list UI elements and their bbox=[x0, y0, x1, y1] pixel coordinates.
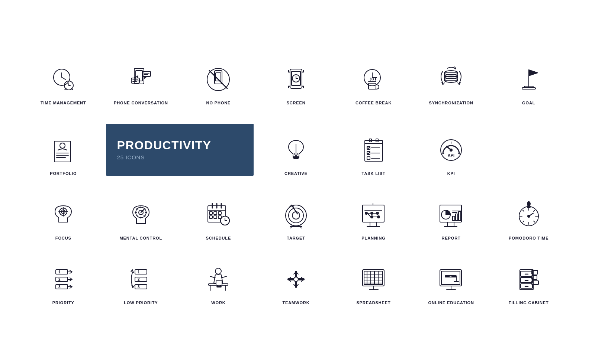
report-icon bbox=[434, 198, 468, 231]
schedule-label: SCHEDULE bbox=[206, 236, 231, 240]
pomodoro-time-icon bbox=[512, 198, 546, 231]
task-list-label: TASK LIST bbox=[362, 171, 386, 176]
icon-cell-focus: FOCUS bbox=[25, 191, 102, 244]
work-label: WORK bbox=[211, 300, 225, 305]
phone-conversation-icon bbox=[124, 63, 158, 96]
svg-rect-120 bbox=[453, 216, 455, 221]
svg-point-160 bbox=[294, 277, 298, 282]
screen-label: SCREEN bbox=[286, 101, 305, 105]
svg-rect-143 bbox=[56, 285, 68, 289]
icon-cell-schedule: SCHEDULE bbox=[180, 191, 257, 244]
planning-label: PLANNING bbox=[361, 236, 385, 240]
promo-box: PRODUCTIVITY 25 ICONS bbox=[106, 124, 254, 176]
svg-rect-88 bbox=[218, 216, 221, 218]
focus-icon bbox=[46, 198, 80, 231]
svg-text:2: 2 bbox=[58, 277, 61, 282]
promo-cell: PRODUCTIVITY 25 ICONS bbox=[102, 120, 257, 179]
svg-text:3: 3 bbox=[138, 285, 140, 289]
main-container: TIME MANAGEMENT bbox=[17, 40, 575, 324]
planning-icon bbox=[357, 198, 390, 231]
teamwork-label: TEAMWORK bbox=[282, 300, 309, 305]
kpi-icon: KPI bbox=[434, 133, 468, 167]
icon-cell-kpi: KPI KPI bbox=[412, 120, 490, 179]
online-education-label: ONLINE EDUCATION bbox=[428, 300, 474, 305]
icon-cell-pomodoro-time: POMODORO TIME bbox=[490, 191, 567, 244]
svg-point-109 bbox=[376, 212, 379, 214]
promo-subtitle: 25 ICONS bbox=[117, 154, 145, 160]
svg-text:3: 3 bbox=[58, 285, 61, 289]
svg-rect-148 bbox=[135, 277, 147, 282]
svg-rect-137 bbox=[56, 270, 68, 274]
goal-icon bbox=[512, 63, 546, 96]
coffee-break-icon bbox=[357, 63, 390, 96]
icon-cell-low-priority: 1 2 3 LOW PRIORITY bbox=[102, 255, 180, 309]
online-education-icon bbox=[434, 263, 468, 296]
svg-point-37 bbox=[60, 143, 65, 148]
icon-cell-filling-cabinet: FILLING CABINET bbox=[490, 255, 567, 309]
screen-icon bbox=[279, 63, 313, 96]
svg-rect-121 bbox=[456, 214, 458, 221]
priority-label: PRIORITY bbox=[52, 300, 74, 305]
svg-rect-35 bbox=[522, 88, 535, 89]
promo-title: PRODUCTIVITY bbox=[117, 139, 212, 152]
schedule-icon bbox=[202, 198, 235, 231]
icon-cell-planning: PLANNING bbox=[335, 191, 412, 244]
no-phone-icon bbox=[202, 63, 235, 96]
svg-rect-157 bbox=[217, 286, 221, 287]
svg-text:1: 1 bbox=[58, 270, 61, 274]
kpi-label: KPI bbox=[447, 171, 455, 176]
creative-icon bbox=[279, 133, 313, 167]
svg-line-131 bbox=[534, 210, 535, 211]
svg-point-152 bbox=[215, 268, 221, 274]
time-management-icon bbox=[46, 63, 80, 96]
row-spacer-2 bbox=[25, 183, 567, 187]
coffee-break-label: COFFEE BREAK bbox=[355, 101, 392, 105]
creative-label: CREATIVE bbox=[284, 171, 308, 176]
target-label: TARGET bbox=[287, 236, 305, 240]
svg-line-132 bbox=[523, 221, 524, 222]
svg-rect-122 bbox=[459, 212, 461, 221]
spreadsheet-icon bbox=[357, 263, 390, 296]
mental-control-icon bbox=[124, 198, 158, 231]
icon-cell-mental-control: MENTAL CONTROL bbox=[102, 191, 180, 244]
svg-rect-175 bbox=[441, 271, 460, 285]
svg-rect-146 bbox=[135, 270, 147, 274]
pomodoro-time-label: POMODORO TIME bbox=[509, 236, 548, 240]
svg-text:KPI: KPI bbox=[448, 153, 454, 157]
icon-cell-time-management: TIME MANAGEMENT bbox=[25, 55, 102, 109]
icon-cell-goal: GOAL bbox=[490, 55, 567, 109]
icon-cell-creative: CREATIVE bbox=[257, 120, 335, 179]
filling-cabinet-label: FILLING CABINET bbox=[509, 300, 549, 305]
icon-cell-report: REPORT bbox=[412, 191, 490, 244]
svg-rect-154 bbox=[216, 281, 222, 285]
portfolio-label: PORTFOLIO bbox=[50, 171, 77, 176]
icon-cell-phone-conversation: PHONE CONVERSATION bbox=[102, 55, 180, 109]
icon-cell-priority: 1 2 3 PRIORITY bbox=[25, 255, 102, 309]
work-icon bbox=[202, 263, 235, 296]
focus-label: FOCUS bbox=[55, 236, 71, 240]
time-management-label: TIME MANAGEMENT bbox=[41, 101, 86, 105]
svg-rect-150 bbox=[135, 285, 147, 289]
spreadsheet-label: SPREADSHEET bbox=[356, 300, 390, 305]
synchronization-label: SYNCHRONIZATION bbox=[429, 101, 473, 105]
icon-grid: TIME MANAGEMENT bbox=[25, 55, 567, 309]
svg-point-95 bbox=[292, 212, 300, 219]
portfolio-icon bbox=[46, 133, 80, 167]
teamwork-icon bbox=[279, 263, 313, 296]
svg-rect-140 bbox=[56, 277, 68, 282]
icon-cell-no-phone: NO PHONE bbox=[180, 55, 257, 109]
svg-line-130 bbox=[523, 210, 524, 211]
icon-cell-online-education: ONLINE EDUCATION bbox=[412, 255, 490, 309]
svg-text:1: 1 bbox=[138, 270, 140, 274]
filling-cabinet-icon bbox=[512, 263, 546, 296]
icon-cell-work: WORK bbox=[180, 255, 257, 309]
svg-rect-52 bbox=[367, 157, 370, 160]
icon-cell-teamwork: TEAMWORK bbox=[257, 255, 335, 309]
icon-cell-synchronization: SYNCHRONIZATION bbox=[412, 55, 490, 109]
target-icon bbox=[279, 198, 313, 231]
synchronization-icon bbox=[434, 63, 468, 96]
svg-line-135 bbox=[529, 213, 533, 216]
icon-cell-screen: SCREEN bbox=[257, 55, 335, 109]
svg-rect-87 bbox=[214, 216, 217, 218]
priority-icon: 1 2 3 bbox=[46, 263, 80, 296]
